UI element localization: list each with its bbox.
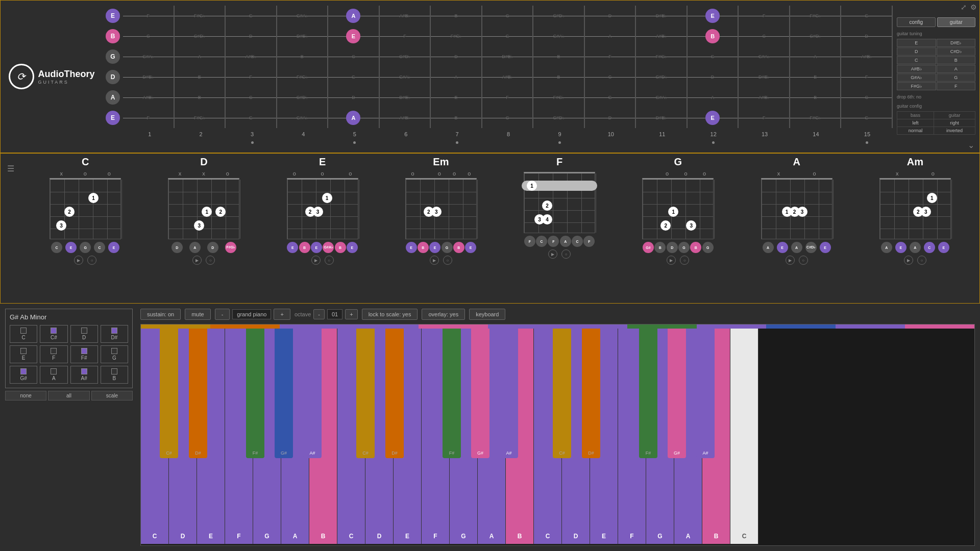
fret-cell-2-14[interactable]: A#B♭ bbox=[841, 46, 893, 67]
fret-cell-2-3[interactable]: B bbox=[277, 46, 329, 67]
chord-loop-btn[interactable]: ○ bbox=[206, 256, 215, 265]
black-key-G#-1[interactable]: G# bbox=[471, 329, 489, 458]
fret-cell-3-6[interactable]: A bbox=[431, 67, 482, 87]
fret-cell-0-5[interactable]: A#B♭ bbox=[380, 6, 431, 26]
scale-note-checkbox-F[interactable] bbox=[51, 348, 57, 354]
fret-cell-3-2[interactable]: F bbox=[226, 67, 277, 87]
black-key-D#-0[interactable]: D# bbox=[189, 329, 207, 458]
fret-cell-2-6[interactable]: D bbox=[431, 46, 482, 67]
fret-cell-5-7[interactable]: C bbox=[482, 108, 534, 128]
chord-play-btn[interactable]: ▶ bbox=[548, 249, 557, 259]
fret-cell-0-10[interactable]: D#E♭ bbox=[636, 6, 688, 26]
scale-note-E[interactable]: E bbox=[10, 345, 37, 363]
black-key-C#-2[interactable]: C# bbox=[553, 329, 571, 458]
fret-cell-5-1[interactable]: F#G♭ bbox=[175, 108, 226, 128]
chevron-down-icon[interactable]: ⌄ bbox=[968, 140, 974, 150]
black-key-F#-1[interactable]: F# bbox=[443, 329, 461, 458]
fret-cell-1-4[interactable]: E bbox=[328, 26, 380, 46]
scale-note-B[interactable]: B bbox=[101, 366, 128, 384]
fret-cell-3-10[interactable]: C#D♭ bbox=[636, 67, 688, 87]
black-key-G#-0[interactable]: G# bbox=[275, 329, 293, 458]
fret-cell-4-2[interactable]: C bbox=[226, 87, 277, 108]
fret-cell-1-10[interactable]: A#B♭ bbox=[636, 26, 688, 46]
fret-cell-4-6[interactable]: E bbox=[431, 87, 482, 108]
fret-cell-4-0[interactable]: A#B♭ bbox=[123, 87, 175, 108]
fret-cell-1-12[interactable]: C bbox=[739, 26, 790, 46]
mute-button[interactable]: mute bbox=[185, 309, 210, 320]
chord-loop-btn[interactable]: ○ bbox=[561, 249, 571, 259]
overlay-button[interactable]: overlay: yes bbox=[422, 309, 465, 320]
fret-cell-5-2[interactable]: G bbox=[226, 108, 277, 128]
chord-play-btn[interactable]: ▶ bbox=[667, 256, 676, 265]
fret-cell-2-13[interactable]: A bbox=[790, 46, 842, 67]
fret-cell-5-4[interactable]: A bbox=[328, 108, 380, 128]
open-note-0[interactable]: E bbox=[106, 9, 120, 23]
fret-cell-3-14[interactable]: F bbox=[841, 67, 893, 87]
scale-note-checkbox-A[interactable] bbox=[51, 368, 57, 374]
keyboard-button[interactable]: keyboard bbox=[469, 309, 505, 320]
fret-cell-5-11[interactable]: E bbox=[688, 108, 739, 128]
scale-note-checkbox-G[interactable] bbox=[111, 348, 117, 354]
open-note-1[interactable]: B bbox=[106, 29, 120, 43]
fret-cell-3-1[interactable]: E bbox=[175, 67, 226, 87]
fret-cell-2-8[interactable]: E bbox=[533, 46, 585, 67]
scale-note-F#[interactable]: F# bbox=[70, 345, 98, 363]
fret-cell-5-5[interactable]: A#B♭ bbox=[380, 108, 431, 128]
fret-cell-2-1[interactable]: A bbox=[175, 46, 226, 67]
chord-loop-btn[interactable]: ○ bbox=[443, 256, 452, 265]
open-note-3[interactable]: D bbox=[106, 70, 120, 84]
lock-to-scale-button[interactable]: lock to scale: yes bbox=[362, 309, 418, 320]
fret-cell-3-5[interactable]: G#A♭ bbox=[380, 67, 431, 87]
fret-cell-0-14[interactable]: G bbox=[841, 6, 893, 26]
fret-cell-2-2[interactable]: A#B♭ bbox=[226, 46, 277, 67]
black-key-A#-2[interactable]: A# bbox=[696, 329, 715, 458]
config-tab-config[interactable]: config bbox=[897, 17, 936, 27]
fret-cell-4-4[interactable]: D bbox=[328, 87, 380, 108]
fret-cell-4-1[interactable]: B bbox=[175, 87, 226, 108]
scale-note-checkbox-D#[interactable] bbox=[111, 328, 117, 334]
chord-play-btn[interactable]: ▶ bbox=[192, 256, 202, 265]
fret-cell-0-11[interactable]: E bbox=[688, 6, 739, 26]
open-note-5[interactable]: E bbox=[106, 111, 120, 125]
fret-cell-0-7[interactable]: C bbox=[482, 6, 534, 26]
fret-cell-4-12[interactable]: A#B♭ bbox=[739, 87, 790, 108]
piano-keyboard[interactable]: CDEFGABC#D#F#G#A#CDEFGABC#D#F#G#A#CDEFGA… bbox=[140, 324, 975, 546]
scale-note-C[interactable]: C bbox=[10, 325, 37, 343]
scale-note-checkbox-C[interactable] bbox=[20, 328, 27, 334]
black-key-D#-1[interactable]: D# bbox=[385, 329, 404, 458]
scale-note-checkbox-G#[interactable] bbox=[20, 368, 27, 374]
fret-cell-3-0[interactable]: D#E♭ bbox=[123, 67, 175, 87]
fret-cell-0-1[interactable]: F#G♭ bbox=[175, 6, 226, 26]
scale-note-F[interactable]: F bbox=[40, 345, 67, 363]
black-key-D#-2[interactable]: D# bbox=[582, 329, 600, 458]
black-key-A#-1[interactable]: A# bbox=[500, 329, 518, 458]
fret-cell-2-10[interactable]: F#G♭ bbox=[636, 46, 688, 67]
fret-cell-4-10[interactable]: G#A♭ bbox=[636, 87, 688, 108]
chord-loop-btn[interactable]: ○ bbox=[87, 256, 96, 265]
fret-cell-5-9[interactable]: D bbox=[585, 108, 636, 128]
fret-cell-1-14[interactable]: D bbox=[841, 26, 893, 46]
fret-cell-0-6[interactable]: B bbox=[431, 6, 482, 26]
chord-play-btn[interactable]: ▶ bbox=[786, 256, 795, 265]
scale-note-checkbox-A#[interactable] bbox=[81, 368, 87, 374]
fret-cell-2-7[interactable]: D#E♭ bbox=[482, 46, 534, 67]
fret-cell-0-0[interactable]: F bbox=[123, 6, 175, 26]
fret-cell-1-0[interactable]: C bbox=[123, 26, 175, 46]
chord-play-btn[interactable]: ▶ bbox=[311, 256, 321, 265]
black-key-F#-2[interactable]: F# bbox=[639, 329, 657, 458]
fret-cell-1-7[interactable]: G bbox=[482, 26, 534, 46]
fret-cell-1-3[interactable]: D#E♭ bbox=[277, 26, 329, 46]
fret-cell-5-12[interactable]: F bbox=[739, 108, 790, 128]
scale-note-checkbox-E[interactable] bbox=[20, 348, 27, 354]
fret-cell-2-12[interactable]: G#A♭ bbox=[739, 46, 790, 67]
chord-loop-btn[interactable]: ○ bbox=[680, 256, 689, 265]
fret-cell-4-8[interactable]: F#G♭ bbox=[533, 87, 585, 108]
fret-cell-5-14[interactable]: G bbox=[841, 108, 893, 128]
fret-cell-0-12[interactable]: F bbox=[739, 6, 790, 26]
fret-cell-5-13[interactable]: F#G♭ bbox=[790, 108, 842, 128]
fret-cell-3-3[interactable]: F#G♭ bbox=[277, 67, 329, 87]
sustain-button[interactable]: sustain: on bbox=[140, 309, 181, 320]
scale-note-checkbox-C#[interactable] bbox=[51, 328, 57, 334]
fret-cell-2-9[interactable]: F bbox=[585, 46, 636, 67]
fret-cell-5-3[interactable]: G#A♭ bbox=[277, 108, 329, 128]
